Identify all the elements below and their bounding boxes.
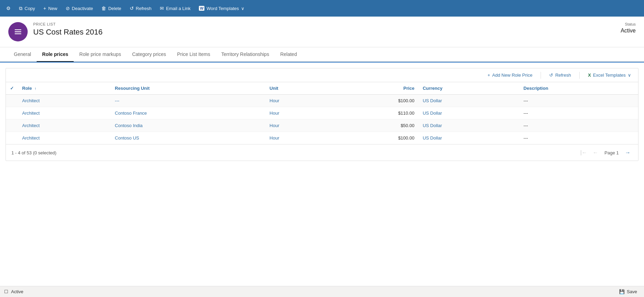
row-currency-3[interactable]: US Dollar [418,132,519,144]
grid-refresh-button[interactable]: ↺ Refresh [546,71,574,79]
grid-refresh-label: Refresh [555,73,571,78]
row-role-0[interactable]: Architect [18,95,111,107]
tab-territory-relationships[interactable]: Territory Relationships [216,47,275,62]
record-info: PRICE LIST US Cost Rates 2016 [33,22,620,37]
refresh-icon: ↺ [130,6,134,11]
resourcing-unit-header-label: Resourcing Unit [115,86,149,91]
deactivate-icon: ⊘ [66,6,70,11]
tab-role-price-markups[interactable]: Role price markups [74,47,127,62]
word-templates-button[interactable]: W Word Templates ∨ [195,4,248,13]
row-role-2[interactable]: Architect [18,119,111,132]
add-new-role-price-button[interactable]: + Add New Role Price [485,71,535,79]
unit-column-header[interactable]: Unit [265,82,330,95]
checkmark-icon: ✓ [10,86,14,91]
tabs-container: General Role prices Role price markups C… [0,47,644,62]
row-currency-2[interactable]: US Dollar [418,119,519,132]
row-description-1: --- [519,107,638,119]
row-price-0: $100.00 [330,95,418,107]
status-label: Status [620,22,636,26]
tab-divider [0,62,644,63]
row-price-3: $100.00 [330,132,418,144]
next-page-button[interactable]: → [623,148,633,157]
grid-refresh-icon: ↺ [549,73,553,78]
role-header-label: Role [22,86,32,91]
page-label: Page 1 [605,150,619,155]
tab-general[interactable]: General [8,47,37,62]
email-link-button[interactable]: ✉ Email a Link [156,3,194,13]
copy-button[interactable]: ⧉ Copy [16,3,38,13]
excel-templates-button[interactable]: X Excel Templates ∨ [585,71,634,79]
grid-section: + Add New Role Price ↺ Refresh X Excel T… [6,68,638,161]
delete-icon: 🗑 [101,6,106,11]
refresh-button[interactable]: ↺ Refresh [126,3,155,13]
tab-price-list-items[interactable]: Price List Items [172,47,216,62]
excel-dropdown-icon: ∨ [628,73,631,78]
select-all-header[interactable]: ✓ [6,82,18,95]
row-check-2[interactable] [6,119,18,132]
pagination-summary: 1 - 4 of 53 (0 selected) [11,150,56,155]
row-unit-1[interactable]: Hour [265,107,330,119]
record-avatar [8,22,28,41]
delete-label: Delete [108,6,121,11]
delete-button[interactable]: 🗑 Delete [98,3,125,13]
word-templates-label: Word Templates [206,6,239,11]
new-icon: + [43,6,46,11]
resourcing-unit-column-header[interactable]: Resourcing Unit [111,82,265,95]
refresh-label: Refresh [136,6,152,11]
word-dropdown-icon: ∨ [241,6,245,11]
row-description-2: --- [519,119,638,132]
status-value: Active [620,28,636,34]
record-status: Status Active [620,22,636,34]
grid-toolbar: + Add New Role Price ↺ Refresh X Excel T… [6,68,638,82]
description-header-label: Description [524,86,549,91]
page-nav: |← ← Page 1 → [578,148,633,157]
row-check-1[interactable] [6,107,18,119]
new-button[interactable]: + New [40,3,61,13]
record-name: US Cost Rates 2016 [33,28,620,37]
row-role-3[interactable]: Architect [18,132,111,144]
settings-icon: ⚙ [6,6,11,11]
row-check-3[interactable] [6,132,18,144]
table-row[interactable]: Architect Contoso India Hour $50.00 US D… [6,119,638,132]
table-row[interactable]: Architect Contoso France Hour $110.00 US… [6,107,638,119]
row-price-2: $50.00 [330,119,418,132]
role-sort-icon: ↑ [35,86,37,90]
tab-role-prices[interactable]: Role prices [37,47,74,62]
row-resourcing-unit-3[interactable]: Contoso US [111,132,265,144]
copy-icon: ⧉ [19,6,22,11]
table-row[interactable]: Architect Contoso US Hour $100.00 US Dol… [6,132,638,144]
currency-column-header[interactable]: Currency [418,82,519,95]
role-prices-table: ✓ Role ↑ Resourcing Unit Unit Price [6,82,638,144]
row-unit-3[interactable]: Hour [265,132,330,144]
row-resourcing-unit-1[interactable]: Contoso France [111,107,265,119]
row-price-1: $110.00 [330,107,418,119]
table-row[interactable]: Architect --- Hour $100.00 US Dollar --- [6,95,638,107]
pagination: 1 - 4 of 53 (0 selected) |← ← Page 1 → [6,144,638,161]
tab-category-prices[interactable]: Category prices [127,47,172,62]
add-label: Add New Role Price [492,73,532,78]
prev-page-button[interactable]: ← [591,148,600,157]
description-column-header[interactable]: Description [519,82,638,95]
row-role-1[interactable]: Architect [18,107,111,119]
row-resourcing-unit-0[interactable]: --- [111,95,265,107]
email-icon: ✉ [160,6,164,11]
record-type: PRICE LIST [33,22,620,26]
price-column-header[interactable]: Price [330,82,418,95]
excel-label: Excel Templates [593,73,626,78]
row-currency-1[interactable]: US Dollar [418,107,519,119]
add-icon: + [487,73,490,78]
role-column-header[interactable]: Role ↑ [18,82,111,95]
first-page-button[interactable]: |← [578,148,589,157]
row-unit-0[interactable]: Hour [265,95,330,107]
settings-button[interactable]: ⚙ [3,3,14,13]
row-check-0[interactable] [6,95,18,107]
currency-header-label: Currency [423,86,442,91]
deactivate-label: Deactivate [72,6,93,11]
record-header: PRICE LIST US Cost Rates 2016 Status Act… [0,17,644,47]
row-currency-0[interactable]: US Dollar [418,95,519,107]
row-unit-2[interactable]: Hour [265,119,330,132]
tab-related[interactable]: Related [275,47,302,62]
row-resourcing-unit-2[interactable]: Contoso India [111,119,265,132]
unit-header-label: Unit [269,86,278,91]
deactivate-button[interactable]: ⊘ Deactivate [62,3,96,13]
